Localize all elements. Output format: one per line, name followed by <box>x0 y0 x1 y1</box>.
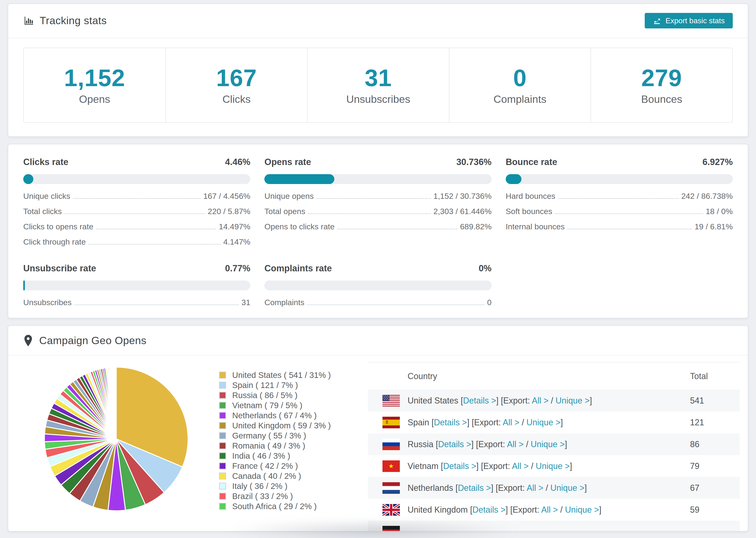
progress-bar <box>506 174 733 184</box>
progress-bar-fill <box>23 174 33 184</box>
legend-swatch <box>219 493 226 500</box>
country-cell: Vietnam [Details >] [Export: All > / Uni… <box>407 461 572 471</box>
legend-item-south-africa: South Africa ( 29 / 2% ) <box>219 501 363 511</box>
summary-value: 0 <box>449 66 591 90</box>
legend-item-brazil: Brazil ( 33 / 2% ) <box>219 491 363 501</box>
export-all-link[interactable]: All > <box>541 505 558 514</box>
progress-bar <box>23 174 250 184</box>
rate-block-unsubscribe-rate: Unsubscribe rate 0.77% Unsubscribes 31 <box>23 263 250 307</box>
dotted-leader <box>307 304 484 305</box>
map-pin-icon <box>23 334 33 347</box>
legend-label: France ( 42 / 2% ) <box>232 461 298 471</box>
rate-block-complaints-rate: Complaints rate 0% Complaints 0 <box>264 263 491 307</box>
table-row-united-states: United States [Details >] [Export: All >… <box>368 390 740 411</box>
progress-bar-fill <box>23 281 25 290</box>
export-unique-link[interactable]: Unique > <box>526 418 561 427</box>
legend-swatch <box>219 392 226 399</box>
legend-item-canada: Canada ( 40 / 2% ) <box>219 471 363 481</box>
pie-slice-other[interactable] <box>116 367 116 439</box>
rate-row-value: 2,303 / 61.446% <box>433 207 492 216</box>
table-row-vietnam: Vietnam [Details >] [Export: All > / Uni… <box>368 455 740 477</box>
page-title: Tracking stats <box>40 15 107 27</box>
rate-row-label: Unique opens <box>264 191 314 201</box>
dotted-leader <box>73 198 200 199</box>
legend-swatch <box>219 402 226 409</box>
flag-ru-icon <box>382 439 400 450</box>
dotted-leader <box>567 229 692 229</box>
export-unique-link[interactable]: Unique > <box>565 505 599 514</box>
geo-pie-chart <box>43 366 189 512</box>
rate-row-label: Complaints <box>264 298 304 307</box>
legend-swatch <box>219 483 226 490</box>
progress-bar <box>264 174 491 184</box>
summary-label: Complaints <box>449 93 591 105</box>
legend-item-india: India ( 46 / 3% ) <box>219 451 363 461</box>
rate-row-label: Unique clicks <box>23 191 70 201</box>
total-cell: 67 <box>690 483 740 493</box>
summary-label: Clicks <box>166 93 307 105</box>
rate-row-value: 19 / 6.81% <box>694 222 733 231</box>
details-link[interactable]: Details > <box>443 461 476 471</box>
rate-title: Opens rate <box>264 157 311 167</box>
export-all-link[interactable]: All > <box>527 483 543 493</box>
details-link[interactable]: Details > <box>458 483 491 493</box>
total-cell: 541 <box>690 396 740 405</box>
details-link[interactable]: Details > <box>463 396 496 405</box>
rate-row: Opens to clicks rate 689.82% <box>264 222 491 231</box>
summary-label: Unsubscribes <box>307 93 449 105</box>
details-link[interactable]: Details > <box>472 505 506 514</box>
rate-row: Hard bounces 242 / 86.738% <box>506 191 733 201</box>
tracking-stats-header: Tracking stats Export basic stats <box>8 4 748 38</box>
rate-block-opens-rate: Opens rate 30.736% Unique opens 1,152 / … <box>264 157 491 246</box>
export-all-link[interactable]: All > <box>512 461 529 471</box>
rate-row-label: Hard bounces <box>506 191 556 201</box>
details-link[interactable]: Details > <box>434 418 467 427</box>
table-row-united-kingdom: United Kingdom [Details >] [Export: All … <box>368 499 740 521</box>
rate-row-value: 167 / 4.456% <box>203 191 250 201</box>
export-all-link[interactable]: All > <box>503 418 519 427</box>
progress-bar <box>23 281 250 290</box>
legend-label: South Africa ( 29 / 2% ) <box>232 502 317 511</box>
export-basic-stats-button[interactable]: Export basic stats <box>645 13 733 28</box>
progress-bar <box>264 281 491 290</box>
summary-cell-bounces: 279 Bounces <box>590 48 732 122</box>
dotted-leader <box>555 213 703 214</box>
flag-us-icon <box>382 395 400 406</box>
total-cell: 86 <box>690 439 740 449</box>
summary-value: 167 <box>166 66 307 90</box>
legend-label: Netherlands ( 67 / 4% ) <box>232 411 317 420</box>
legend-label: Vietnam ( 79 / 5% ) <box>232 401 302 410</box>
rate-row-label: Soft bounces <box>506 207 552 216</box>
country-cell: Russia [Details >] [Export: All > / Uniq… <box>407 439 567 449</box>
rates-grid: Clicks rate 4.46% Unique clicks 167 / 4.… <box>23 157 733 307</box>
dotted-leader <box>308 213 431 214</box>
total-cell: 59 <box>690 505 740 515</box>
pie-svg <box>43 366 189 512</box>
total-cell: 121 <box>690 418 740 427</box>
legend-label: Romania ( 49 / 3% ) <box>232 441 305 451</box>
pie-legend: United States ( 541 / 31% ) Spain ( 121 … <box>219 370 363 511</box>
legend-item-france: France ( 42 / 2% ) <box>219 461 363 471</box>
details-link[interactable]: Details > <box>438 439 471 449</box>
rate-row-value: 0 <box>487 298 492 307</box>
export-all-link[interactable]: All > <box>532 396 549 405</box>
rate-row: Clicks to opens rate 14.497% <box>23 222 250 231</box>
legend-label: Russia ( 86 / 5% ) <box>232 391 297 400</box>
legend-swatch <box>219 503 226 510</box>
export-unique-link[interactable]: Unique > <box>556 396 590 405</box>
rate-value: 0.77% <box>225 263 250 273</box>
rate-title: Complaints rate <box>264 263 332 273</box>
export-unique-link[interactable]: Unique > <box>536 461 570 471</box>
export-button-label: Export basic stats <box>665 17 725 25</box>
rate-row-label: Total clicks <box>23 207 62 216</box>
rate-row-value: 14.497% <box>219 222 250 231</box>
country-cell: United States [Details >] [Export: All >… <box>407 396 592 405</box>
geo-table-rows: United States [Details >] [Export: All >… <box>368 390 740 531</box>
bar-chart-icon <box>23 15 34 26</box>
progress-bar-fill <box>506 174 521 184</box>
legend-swatch <box>219 372 226 379</box>
export-unique-link[interactable]: Unique > <box>550 483 584 493</box>
legend-swatch <box>219 462 226 469</box>
export-unique-link[interactable]: Unique > <box>531 439 565 449</box>
export-all-link[interactable]: All > <box>507 439 523 449</box>
